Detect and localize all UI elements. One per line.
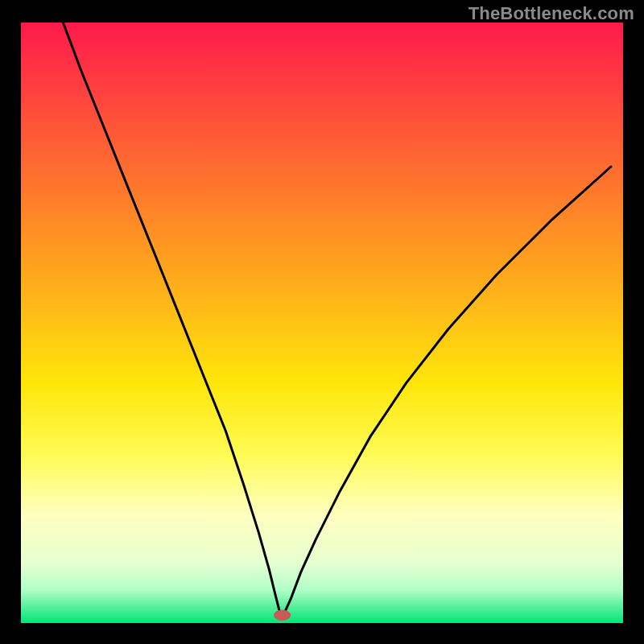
bottleneck-chart bbox=[0, 0, 644, 644]
chart-frame: { "watermark": "TheBottleneck.com", "cha… bbox=[0, 0, 644, 644]
plot-background bbox=[21, 23, 623, 623]
optimum-marker bbox=[274, 610, 291, 621]
